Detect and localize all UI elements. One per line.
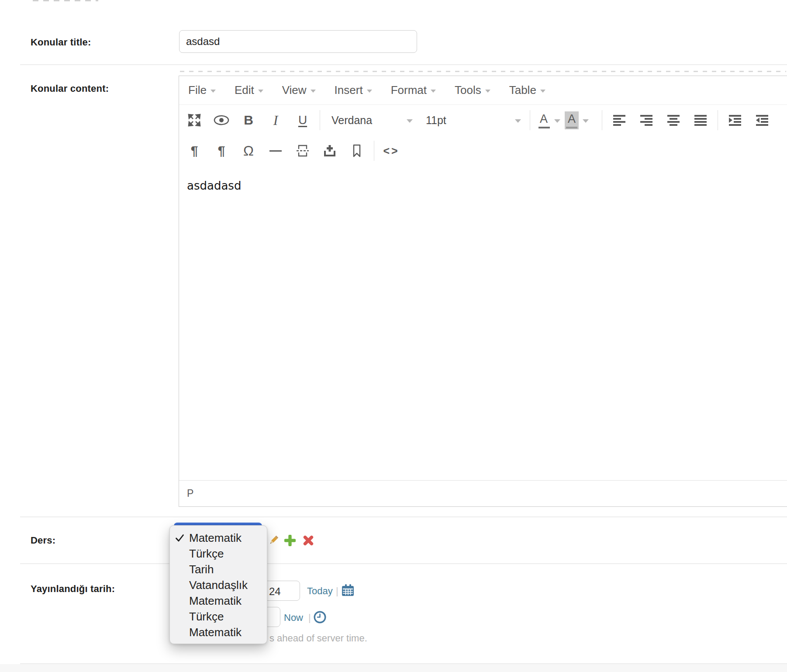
horizontal-rule-button[interactable] [266,141,286,161]
dropdown-option-selected[interactable]: Matematik [170,530,267,546]
fullscreen-icon [187,113,202,128]
calendar-icon [341,584,355,597]
align-justify-button[interactable] [690,110,711,130]
preview-button[interactable] [211,110,231,130]
konular-change-form: Konular title: Konular content: File Edi… [0,0,787,672]
toolbar-separator [320,110,320,130]
add-related-button[interactable] [284,535,296,546]
calendar-button[interactable] [341,584,355,599]
toolbar-separator [602,110,602,130]
menu-table[interactable]: Table [504,83,550,97]
special-character-button[interactable]: Ω [238,141,259,161]
row-divider [20,516,787,517]
chevron-down-icon [485,90,490,93]
edit-related-button[interactable] [268,535,279,546]
dropdown-option[interactable]: Matematik [170,593,267,609]
backcolor-icon: A [565,111,579,129]
link-separator: | [336,585,338,597]
align-left-icon [612,114,627,127]
toolbar-separator [374,141,374,161]
background-color-button[interactable]: A [565,111,589,129]
rich-text-editor: File Edit View Insert Format Tools Table [179,76,787,507]
editor-statusbar: P [179,480,787,506]
align-right-button[interactable] [636,110,656,130]
menu-file[interactable]: File [183,83,221,97]
insert-template-button[interactable] [320,141,340,161]
chevron-down-icon [540,90,545,93]
text-color-button[interactable]: A [537,111,560,129]
indent-icon [728,114,742,127]
toolbar-separator [530,110,530,130]
chevron-down-icon [367,90,372,93]
pencil-icon [268,535,279,546]
element-path[interactable]: P [187,488,193,499]
chevron-down-icon [554,119,560,123]
title-input[interactable] [179,30,417,53]
align-left-button[interactable] [609,110,629,130]
dropdown-option[interactable]: Türkçe [170,609,267,624]
template-icon [322,143,337,158]
check-icon [175,533,184,543]
dashed-selection-artifact [180,71,786,72]
toolbar-separator [718,110,718,130]
delete-related-button[interactable] [303,535,314,546]
editor-content-text: asdadasd [187,179,241,192]
visual-blocks-button[interactable]: ¶ [211,141,231,161]
underline-button[interactable]: U [293,110,313,130]
eye-icon [213,114,230,126]
forecolor-icon: A [537,111,550,129]
row-divider [20,64,787,65]
bold-button[interactable]: B [238,110,259,130]
font-size-select[interactable]: 11pt [421,110,526,130]
link-separator: | [308,612,311,624]
font-family-select[interactable]: Verdana [327,110,418,130]
indent-button[interactable] [725,110,745,130]
clock-button[interactable] [313,610,327,626]
align-right-icon [639,114,654,127]
chevron-down-icon [258,90,263,93]
editor-toolbar-row1: B I U Verdana 11pt A A [179,105,787,135]
menu-tools[interactable]: Tools [450,83,495,97]
editor-content-area[interactable]: asdadasd [179,166,787,480]
source-code-button[interactable]: <> [381,141,401,161]
outdent-button[interactable] [752,110,772,130]
editor-toolbar-row2: ¶ ¶ Ω [179,135,787,166]
menu-format[interactable]: Format [386,83,441,97]
today-link[interactable]: Today [307,585,333,597]
clock-icon [313,610,327,624]
chevron-down-icon [431,90,436,93]
chevron-down-icon [515,119,521,123]
server-time-note: s ahead of server time. [269,633,367,644]
menu-view[interactable]: View [277,83,321,97]
dropdown-option[interactable]: Türkçe [170,546,267,561]
dropdown-option[interactable]: Matematik [170,624,267,640]
chevron-down-icon [407,119,413,123]
page-break-button[interactable] [293,141,313,161]
align-justify-icon [693,114,708,127]
plus-icon [284,535,296,546]
menu-edit[interactable]: Edit [230,83,268,97]
clipped-text-artifact [33,0,98,1]
footer-band [0,664,787,672]
page-break-icon [295,143,310,158]
ders-dropdown-popup: Matematik Türkçe Tarih Vatandaşlık Matem… [169,525,267,644]
paragraph-button[interactable]: ¶ [184,141,204,161]
dropdown-option[interactable]: Tarih [170,561,267,577]
chevron-down-icon [211,90,216,93]
anchor-button[interactable] [347,141,367,161]
publish-date-label: Yayınlandığı tarih: [31,583,115,595]
x-icon [303,535,314,546]
chevron-down-icon [311,90,316,93]
bookmark-icon [351,144,363,158]
dropdown-option[interactable]: Vatandaşlık [170,577,267,593]
row-divider [20,563,787,564]
align-center-button[interactable] [663,110,683,130]
title-field-label: Konular title: [31,37,91,48]
italic-button[interactable]: I [266,110,286,130]
fullscreen-button[interactable] [184,110,204,130]
horizontal-rule-icon [269,150,282,152]
content-field-label: Konular content: [31,83,109,94]
outdent-icon [755,114,770,127]
menu-insert[interactable]: Insert [330,83,377,97]
now-link[interactable]: Now [284,612,303,624]
